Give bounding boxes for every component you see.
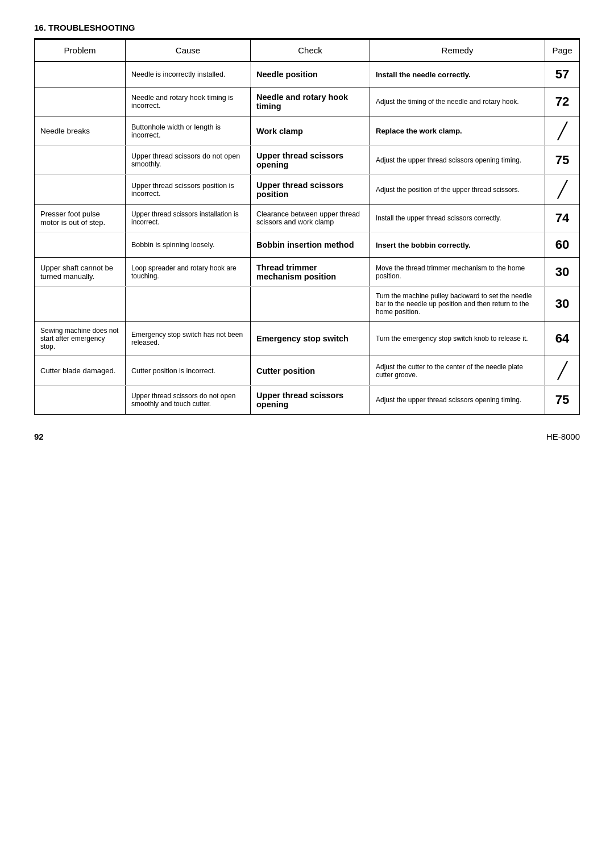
cause-cell: Loop spreader and rotary hook are touchi… <box>126 258 251 286</box>
remedy-cell: Adjust the upper thread scissors opening… <box>370 386 545 414</box>
problem-cell-empty <box>35 287 126 321</box>
table-row: Presser foot pulse motor is out of step.… <box>35 205 579 232</box>
problem-cell-empty <box>35 87 126 116</box>
problem-cell: Needle breaks <box>35 116 126 145</box>
page-cell: 30 <box>545 287 579 321</box>
remedy-cell: Turn the emergency stop switch knob to r… <box>370 322 545 356</box>
check-cell: Upper thread scissors position <box>251 175 370 204</box>
cause-cell: Needle is incorrectly installed. <box>126 62 251 87</box>
table-row: Sewing machine does not start after emer… <box>35 322 579 356</box>
check-cell: Bobbin insertion method <box>251 232 370 257</box>
remedy-cell: Replace the work clamp. <box>370 116 545 145</box>
col-header-cause: Cause <box>126 40 251 61</box>
problem-cell: Upper shaft cannot be turned manually. <box>35 258 126 286</box>
table-row: Needle and rotary hook timing is incorre… <box>35 87 579 116</box>
remedy-cell: Move the thread trimmer mechanism to the… <box>370 258 545 286</box>
page-cell: 72 <box>545 87 579 116</box>
cause-cell: Buttonhole width or length is incorrect. <box>126 116 251 145</box>
cause-cell: Emergency stop switch has not been relea… <box>126 322 251 356</box>
col-header-remedy: Remedy <box>370 40 545 61</box>
remedy-cell: Adjust the upper thread scissors opening… <box>370 146 545 174</box>
table-row: Cutter blade damaged. Cutter position is… <box>35 356 579 386</box>
cause-cell: Cutter position is incorrect. <box>126 356 251 385</box>
problem-cell-empty <box>35 386 126 414</box>
check-cell: Cutter position <box>251 356 370 385</box>
remedy-cell: Adjust the position of the upper thread … <box>370 175 545 204</box>
check-cell: Upper thread scissors opening <box>251 386 370 414</box>
troubleshooting-table: Problem Cause Check Remedy Page Needle i… <box>34 40 580 415</box>
check-cell: Clearance between upper thread scissors … <box>251 205 370 232</box>
page-cell: 75 <box>545 386 579 414</box>
table-row: Needle is incorrectly installed. Needle … <box>35 62 579 87</box>
col-header-page: Page <box>545 40 579 61</box>
page-cell: 74 <box>545 205 579 232</box>
page-cell: 75 <box>545 146 579 174</box>
remedy-cell: Adjust the cutter to the center of the n… <box>370 356 545 385</box>
table-row: Bobbin is spinning loosely. Bobbin inser… <box>35 232 579 258</box>
check-cell: Needle and rotary hook timing <box>251 87 370 116</box>
col-header-problem: Problem <box>35 40 126 61</box>
problem-cell-empty <box>35 146 126 174</box>
page-cell: 60 <box>545 232 579 257</box>
cause-cell: Upper thread scissors installation is in… <box>126 205 251 232</box>
problem-cell <box>35 62 126 87</box>
check-cell: Work clamp <box>251 116 370 145</box>
table-row: Upper thread scissors do not open smooth… <box>35 146 579 175</box>
table-row: Turn the machine pulley backward to set … <box>35 287 579 322</box>
footer: 92 HE-8000 <box>34 432 580 441</box>
check-cell: Needle position <box>251 62 370 87</box>
check-cell: Upper thread scissors opening <box>251 146 370 174</box>
check-cell-empty <box>251 287 370 321</box>
problem-cell: Presser foot pulse motor is out of step. <box>35 205 126 232</box>
section-title: 16. TROUBLESHOOTING <box>34 23 580 32</box>
page-cell: 57 <box>545 62 579 87</box>
check-cell: Emergency stop switch <box>251 322 370 356</box>
page-cell: 64 <box>545 322 579 356</box>
page-cell: ╱ <box>545 356 579 385</box>
remedy-cell: Insert the bobbin correctly. <box>370 232 545 257</box>
remedy-cell: Turn the machine pulley backward to set … <box>370 287 545 321</box>
cause-cell-empty <box>126 287 251 321</box>
cause-cell: Needle and rotary hook timing is incorre… <box>126 87 251 116</box>
table-row: Needle breaks Buttonhole width or length… <box>35 116 579 146</box>
table-header: Problem Cause Check Remedy Page <box>35 40 579 62</box>
remedy-cell: Install the upper thread scissors correc… <box>370 205 545 232</box>
problem-cell-empty <box>35 232 126 257</box>
table-row: Upper thread scissors do not open smooth… <box>35 386 579 414</box>
remedy-cell: Adjust the timing of the needle and rota… <box>370 87 545 116</box>
page-cell: ╱ <box>545 116 579 145</box>
footer-model: HE-8000 <box>546 432 580 441</box>
problem-cell: Cutter blade damaged. <box>35 356 126 385</box>
cause-cell: Upper thread scissors do not open smooth… <box>126 386 251 414</box>
page-cell: ╱ <box>545 175 579 204</box>
cause-cell: Upper thread scissors do not open smooth… <box>126 146 251 174</box>
remedy-cell: Install the needle correctly. <box>370 62 545 87</box>
check-cell: Thread trimmer mechanism position <box>251 258 370 286</box>
page-cell: 30 <box>545 258 579 286</box>
footer-page-number: 92 <box>34 432 44 441</box>
problem-cell: Sewing machine does not start after emer… <box>35 322 126 356</box>
table-row: Upper shaft cannot be turned manually. L… <box>35 258 579 287</box>
col-header-check: Check <box>251 40 370 61</box>
cause-cell: Upper thread scissors position is incorr… <box>126 175 251 204</box>
table-row: Upper thread scissors position is incorr… <box>35 175 579 205</box>
cause-cell: Bobbin is spinning loosely. <box>126 232 251 257</box>
problem-cell-empty <box>35 175 126 204</box>
